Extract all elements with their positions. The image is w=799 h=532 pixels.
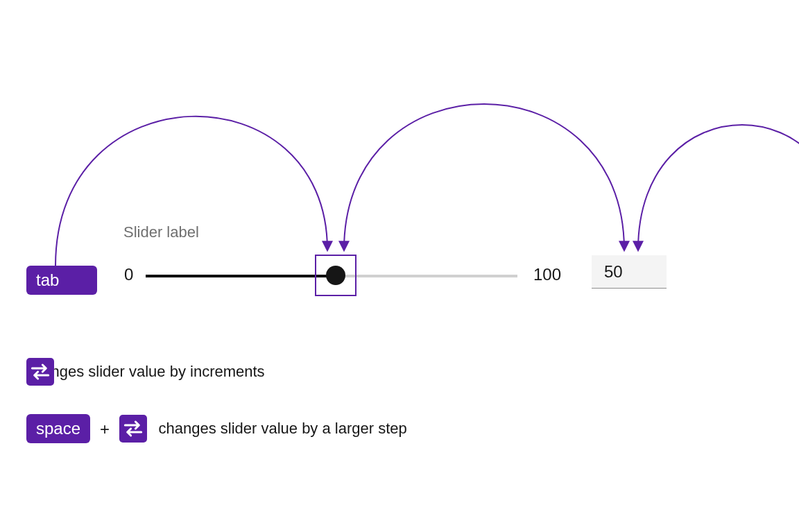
arrow-keys-key (26, 358, 54, 386)
legend-row-arrows: changes slider value by increments (26, 363, 265, 381)
space-key: space (26, 414, 90, 443)
arrow-keys-key-2 (119, 415, 147, 443)
space-key-label: space (36, 419, 80, 438)
swap-arrows-icon (26, 358, 54, 386)
slider-handle[interactable] (326, 266, 345, 285)
slider-max-label: 100 (533, 265, 561, 284)
slider-label: Slider label (123, 223, 199, 241)
plus-symbol: + (100, 420, 110, 439)
slider-value-text: 50 (604, 262, 623, 282)
slider-value-input[interactable]: 50 (592, 255, 667, 289)
focus-order-arcs (0, 0, 799, 532)
legend-row-space-arrows: changes slider value by a larger step (119, 415, 407, 443)
slider-track-filled (146, 275, 332, 277)
legend-text-2: changes slider value by a larger step (158, 420, 406, 437)
slider-track-empty (332, 275, 517, 277)
swap-arrows-icon (119, 415, 147, 443)
slider-min-label: 0 (124, 265, 133, 284)
tab-key-label: tab (36, 271, 59, 290)
diagram-stage: tab Slider label 0 100 50 changes slider… (0, 0, 799, 532)
legend-text-1: changes slider value by increments (26, 363, 265, 381)
tab-key: tab (26, 266, 97, 295)
